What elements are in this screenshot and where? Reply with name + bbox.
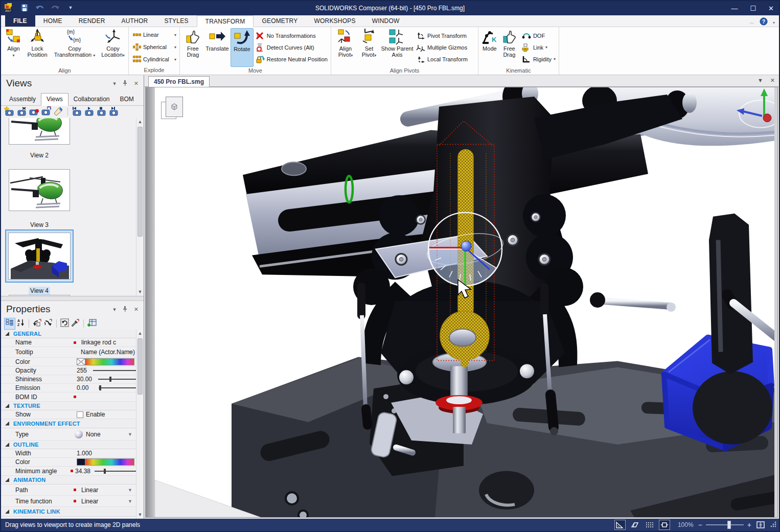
paint-view-button[interactable]: [53, 106, 64, 118]
close-button[interactable]: ✕: [768, 5, 774, 12]
properties-menu-icon[interactable]: ▾: [113, 306, 116, 313]
multiple-gizmos-button[interactable]: Multiple Gizmos: [414, 41, 470, 53]
paper-mode-icon[interactable]: [629, 520, 640, 530]
spherical-explode-button[interactable]: Spherical▾: [131, 41, 178, 53]
view-item-label[interactable]: View 3: [1, 221, 78, 228]
fullscreen-icon[interactable]: [755, 520, 766, 530]
app-logo-icon[interactable]: 2017: [4, 3, 14, 13]
property-row-opacity[interactable]: Opacity 255: [1, 366, 144, 375]
translate-button[interactable]: Translate: [204, 28, 231, 67]
view-selected-frame[interactable]: [5, 229, 74, 283]
section-kinematic-link[interactable]: KINEMATIC LINK: [1, 507, 144, 517]
property-row-color[interactable]: Color: [1, 358, 144, 366]
views-menu-icon[interactable]: ▾: [113, 80, 116, 87]
view-item-label[interactable]: View 2: [1, 152, 78, 159]
create-view-button[interactable]: [4, 106, 15, 118]
local-transform-button[interactable]: Local Transform: [414, 53, 470, 65]
pivot-transform-button[interactable]: Pivot Transform: [414, 30, 470, 41]
views-pin-icon[interactable]: [122, 80, 128, 87]
align-button[interactable]: Align▾: [3, 28, 24, 67]
viewport-page-icon[interactable]: [161, 97, 185, 120]
update-view-button[interactable]: [16, 106, 27, 118]
outline-color-gradient-bar[interactable]: [85, 458, 134, 466]
view-thumbnail[interactable]: [9, 169, 70, 211]
section-environment-effect[interactable]: ENVIRONMENT EFFECT: [1, 419, 144, 428]
tab-assembly[interactable]: Assembly: [4, 94, 41, 105]
categorized-view-button[interactable]: [4, 318, 15, 330]
free-drag-button[interactable]: Free Drag: [182, 28, 204, 67]
ribbon-tab-transform[interactable]: TRANSFORM: [197, 15, 254, 27]
tab-close-icon[interactable]: ✕: [770, 77, 775, 84]
fit-view-icon[interactable]: [659, 520, 670, 530]
dof-button[interactable]: DOF: [520, 30, 558, 41]
section-general[interactable]: GENERAL: [1, 330, 144, 338]
camera-stop-button[interactable]: [96, 106, 107, 118]
rigidity-button[interactable]: Rigidity▾: [520, 53, 558, 65]
property-row-width[interactable]: Width 1.000: [1, 449, 144, 458]
property-row-tooltip[interactable]: Tooltip Name (Actor.Name)▼: [1, 347, 144, 358]
properties-pin-icon[interactable]: [122, 306, 128, 313]
tab-bom[interactable]: BOM: [115, 94, 139, 105]
minimize-button[interactable]: —: [731, 5, 738, 12]
save-button[interactable]: [19, 3, 30, 13]
help-icon[interactable]: ?: [760, 17, 768, 28]
property-row-outline-color[interactable]: Color: [1, 458, 144, 467]
tab-collaboration[interactable]: Collaboration: [68, 94, 115, 105]
camera-refresh-button[interactable]: [41, 106, 52, 118]
document-tab[interactable]: 450 Pro FBL.smg: [148, 76, 210, 87]
zoom-in-button[interactable]: +: [747, 521, 751, 528]
redo-button[interactable]: [50, 3, 60, 13]
ribbon-tab-styles[interactable]: STYLES: [156, 15, 196, 27]
view-thumbnail[interactable]: [9, 118, 70, 145]
property-row-path[interactable]: Path Linear▼: [1, 484, 144, 496]
tab-views[interactable]: Views: [41, 93, 68, 106]
help-dropdown-icon[interactable]: ▾: [773, 20, 775, 25]
grid-icon[interactable]: [644, 520, 655, 530]
properties-close-icon[interactable]: ✕: [134, 306, 139, 313]
views-scrollbar[interactable]: ▲ ▼: [136, 118, 144, 296]
property-row-shininess[interactable]: Shininess 30.00: [1, 375, 144, 384]
no-transformations-button[interactable]: No Transformations: [254, 30, 330, 41]
restore-neutral-position-button[interactable]: Restore Neutral Position: [254, 53, 330, 65]
ribbon-tab-window[interactable]: WINDOW: [364, 15, 408, 27]
property-row-type[interactable]: Type None▼: [1, 428, 144, 441]
camera-record-button[interactable]: [29, 106, 39, 118]
linear-explode-button[interactable]: Linear▾: [131, 29, 178, 41]
add-property-panel-button[interactable]: [87, 318, 97, 329]
tab-list-icon[interactable]: ▼: [758, 77, 763, 84]
scroll-down-icon[interactable]: ▼: [136, 288, 144, 296]
zoom-out-button[interactable]: −: [698, 521, 702, 528]
no-color-swatch[interactable]: [77, 358, 85, 365]
undo-button[interactable]: [35, 3, 45, 13]
lock-position-button[interactable]: Lock Position: [24, 28, 51, 67]
opacity-slider[interactable]: [93, 367, 142, 374]
eyedropper-button[interactable]: [71, 318, 80, 329]
views-close-icon[interactable]: ✕: [134, 80, 139, 87]
ribbon-tab-workshops[interactable]: WORKSHOPS: [306, 15, 363, 27]
kinematic-mode-button[interactable]: K Mode: [480, 28, 499, 67]
color-gradient-bar[interactable]: [85, 358, 134, 365]
scroll-down-icon[interactable]: ▼: [136, 511, 144, 519]
measure-tool-icon[interactable]: [614, 520, 626, 530]
outline-color-swatch[interactable]: [77, 458, 85, 466]
section-animation[interactable]: ANIMATION: [1, 476, 144, 484]
property-row-emission[interactable]: Emission 0.00: [1, 384, 144, 392]
maximize-button[interactable]: ☐: [750, 5, 756, 12]
property-row-time-function[interactable]: Time function Linear▼: [1, 496, 144, 507]
minimum-angle-slider[interactable]: [95, 468, 139, 474]
section-outline[interactable]: OUTLINE: [1, 441, 144, 449]
property-row-minimum-angle[interactable]: Minimum angle 34.38: [1, 467, 144, 476]
enable-checkbox[interactable]: [77, 411, 83, 418]
panel-splitter[interactable]: [1, 296, 144, 301]
scroll-up-icon[interactable]: ▲: [136, 118, 144, 126]
viewport-canvas[interactable]: [145, 87, 778, 518]
rotate-button[interactable]: Rotate: [231, 28, 254, 67]
viewport-3d-scene[interactable]: [155, 87, 774, 517]
camera-play-button[interactable]: [84, 106, 95, 118]
zoom-slider[interactable]: [706, 521, 744, 529]
quick-access-customize-icon[interactable]: ▼: [65, 3, 76, 13]
kinematic-free-drag-button[interactable]: Free Drag: [499, 28, 520, 67]
property-row-bom-id[interactable]: BOM ID: [1, 392, 144, 402]
copy-properties-from-button[interactable]: [33, 318, 42, 329]
sort-alphabetical-button[interactable]: AZ: [17, 318, 25, 329]
